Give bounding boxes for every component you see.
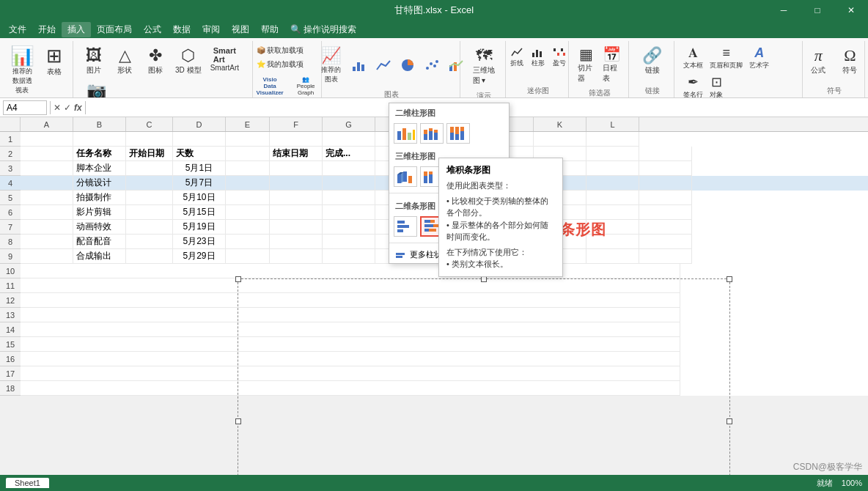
scatter-icon — [424, 58, 440, 73]
shapes-button[interactable]: △ 形状 — [110, 44, 139, 78]
line-sparkline-button[interactable]: 折线 — [507, 44, 526, 70]
col-header-d: D — [173, 117, 226, 131]
line-chart-button[interactable] — [372, 56, 394, 74]
cancel-formula-icon[interactable]: ✕ — [54, 103, 61, 113]
col-header-k: K — [534, 117, 586, 131]
slicer-icon: ▦ — [579, 45, 593, 63]
line-sparkline-icon — [510, 45, 523, 59]
group-symbols-label: 符号 — [827, 84, 842, 96]
column-sparkline-button[interactable]: 柱形 — [529, 44, 548, 70]
pictures-button[interactable]: 🖼 图片 — [79, 44, 108, 78]
svg-rect-54 — [430, 220, 435, 223]
insert-function-icon[interactable]: fx — [74, 103, 82, 113]
svg-rect-30 — [455, 127, 459, 134]
pivot-table-button[interactable]: 📊 推荐的数据透视表 — [7, 44, 37, 97]
object-icon: ⊡ — [711, 74, 722, 90]
visio-button[interactable]: Visio DataVisualizer — [254, 75, 287, 97]
screenshot-icon: 📷 — [87, 81, 106, 98]
shapes-icon: △ — [119, 46, 131, 65]
myaddin-button[interactable]: ⭐ 我的加载项 — [254, 58, 307, 71]
tooltip-line3: • 显示整体的各个部分如何随时间而变化。 — [446, 219, 555, 243]
svg-point-6 — [433, 64, 436, 67]
wordart-button[interactable]: A 艺术字 — [746, 44, 772, 72]
getaddins-button[interactable]: 📦 获取加载项 — [254, 44, 307, 57]
clustered-bar-icon[interactable] — [394, 216, 417, 237]
menu-help[interactable]: 帮助 — [255, 22, 284, 37]
confirm-formula-icon[interactable]: ✓ — [64, 103, 71, 113]
svg-rect-2 — [361, 64, 364, 71]
handle-mr[interactable] — [727, 418, 732, 424]
maps-button[interactable]: 🗺 三维地图 ▾ — [469, 44, 499, 88]
clustered-column-icon[interactable] — [394, 123, 417, 144]
menu-data[interactable]: 数据 — [167, 22, 196, 37]
winloss-sparkline-button[interactable]: 盈亏 — [550, 44, 569, 70]
hyperlink-button[interactable]: 🔗 链接 — [638, 44, 667, 78]
menu-home[interactable]: 开始 — [32, 22, 62, 37]
slicer-button[interactable]: ▦ 切片器 — [575, 44, 597, 85]
col-header-c: C — [126, 117, 173, 131]
menu-file[interactable]: 文件 — [3, 22, 32, 37]
svg-rect-40 — [429, 174, 433, 183]
menu-insert[interactable]: 插入 — [62, 22, 91, 37]
recommended-charts-button[interactable]: 📈 推荐的图表 — [317, 44, 346, 86]
ribbon-group-text: 𝐀 文本框 ≡ 页眉和页脚 A 艺术字 ✒ 签名行 ⊡ 对象 — [676, 41, 802, 97]
table-icon: ⊞ — [46, 46, 62, 65]
close-button[interactable]: ✕ — [834, 0, 868, 21]
bar-chart-button[interactable] — [348, 56, 370, 74]
ribbon-group-tables: 📊 推荐的数据透视表 ⊞ 表格 表格 — [3, 41, 73, 97]
pie-chart-button[interactable] — [397, 56, 419, 74]
svg-rect-52 — [397, 229, 403, 232]
sheet-tab-1[interactable]: Sheet1 — [6, 478, 49, 488]
svg-rect-28 — [450, 127, 454, 133]
timeline-button[interactable]: 📅 日程表 — [600, 44, 624, 85]
svg-rect-16 — [563, 53, 565, 56]
3d-models-button[interactable]: ⬡ 3D 模型 — [172, 44, 205, 78]
svg-rect-14 — [557, 53, 559, 56]
object-button[interactable]: ⊡ 对象 — [707, 73, 726, 98]
svg-rect-11 — [536, 50, 538, 57]
stacked-column-icon[interactable] — [420, 123, 444, 144]
col-header-l: L — [586, 117, 639, 131]
chart-placeholder — [238, 278, 730, 491]
svg-point-7 — [435, 60, 438, 63]
100pct-stacked-column-icon[interactable] — [446, 123, 470, 144]
minimize-button[interactable]: ─ — [767, 0, 801, 21]
menu-search[interactable]: 🔍 操作说明搜索 — [284, 22, 362, 37]
hyperlink-icon: 🔗 — [642, 46, 662, 65]
col-header-e: E — [226, 117, 270, 131]
signature-button[interactable]: ✒ 签名行 — [680, 73, 706, 98]
menu-bar: 文件 开始 插入 页面布局 公式 数据 审阅 视图 帮助 🔍 操作说明搜索 — [0, 21, 868, 38]
group-tours-label: 演示 — [477, 89, 491, 98]
formula-button[interactable]: π 公式 — [803, 44, 833, 78]
maximize-button[interactable]: □ — [801, 0, 834, 21]
symbol-button[interactable]: Ω 符号 — [835, 44, 864, 78]
textbox-button[interactable]: 𝐀 文本框 — [680, 44, 706, 72]
handle-ml[interactable] — [235, 418, 241, 424]
handle-tr[interactable] — [727, 276, 732, 282]
header-footer-button[interactable]: ≡ 页眉和页脚 — [707, 44, 746, 72]
icons-button[interactable]: ✤ 图标 — [141, 44, 170, 78]
menu-formulas[interactable]: 公式 — [138, 22, 167, 37]
tooltip-body: 使用此图表类型： • 比较相交于类别轴的整体的各个部分。 • 显示整体的各个部分… — [446, 180, 555, 270]
svg-rect-38 — [424, 176, 427, 183]
screenshot-button[interactable]: 📷 屏幕截图 — [79, 79, 113, 98]
3d-clustered-column-icon[interactable] — [394, 166, 417, 187]
handle-tm[interactable] — [481, 276, 487, 282]
table-row: 10 — [0, 264, 868, 278]
scatter-chart-button[interactable] — [421, 56, 443, 74]
ribbon-group-illustrations: 🖼 图片 △ 形状 ✤ 图标 ⬡ 3D 模型 SmartArt Smart — [75, 41, 253, 97]
menu-review[interactable]: 审阅 — [196, 22, 226, 37]
menu-pagelayout[interactable]: 页面布局 — [91, 22, 138, 37]
header-footer-icon: ≡ — [723, 45, 731, 61]
cell-reference-input[interactable] — [3, 100, 47, 115]
tooltip-line4: 在下列情况下使用它： — [446, 246, 555, 259]
sheet-tabs: Sheet1 — [6, 478, 49, 488]
table-button[interactable]: ⊞ 表格 — [40, 44, 69, 79]
svg-rect-12 — [540, 51, 542, 57]
ribbon-group-symbols: π 公式 Ω 符号 符号 — [804, 41, 865, 97]
handle-tl[interactable] — [235, 276, 241, 282]
svg-rect-0 — [353, 67, 356, 71]
smartart-button[interactable]: SmartArt SmartArt — [207, 44, 243, 74]
pivot-table-icon: 📊 — [10, 46, 34, 65]
menu-view[interactable]: 视图 — [226, 22, 255, 37]
